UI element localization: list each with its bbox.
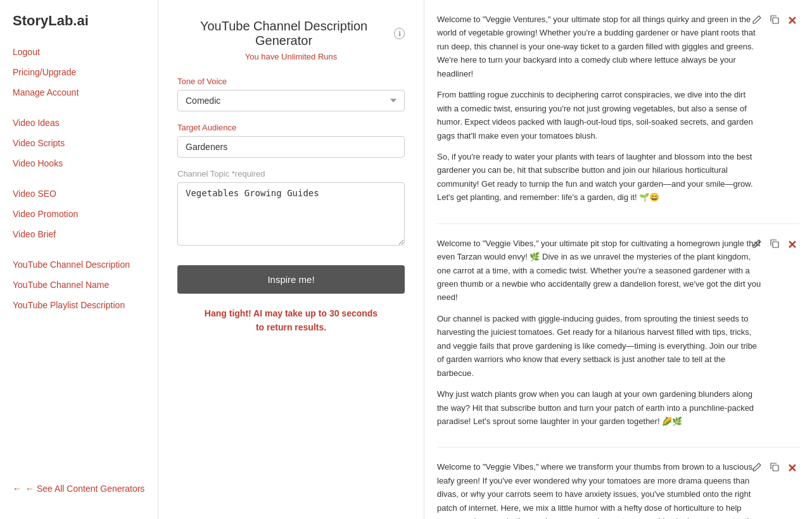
audience-input[interactable] (177, 136, 405, 158)
edit-button-2[interactable] (749, 237, 764, 253)
form-panel: YouTube Channel Description Generator ℹ … (158, 0, 424, 519)
yt-channel-name-link[interactable]: YouTube Channel Name (0, 275, 158, 295)
tone-select[interactable]: Professional Comedic Casual Inspirationa… (177, 90, 405, 111)
manage-account-link[interactable]: Manage Account (0, 82, 158, 103)
audience-group: Target Audience (177, 123, 405, 158)
topic-textarea[interactable]: Vegetables Growing Guides (177, 182, 405, 246)
video-brief-link[interactable]: Video Brief (0, 224, 158, 244)
logo: StoryLab.ai (0, 13, 158, 42)
yt-playlist-desc-link[interactable]: YouTube Playlist Description (0, 295, 158, 315)
delete-button-3[interactable]: ✕ (785, 460, 799, 477)
main-inner: YouTube Channel Description Generator ℹ … (158, 0, 812, 519)
video-promotion-link[interactable]: Video Promotion (0, 204, 158, 224)
results-panel: ✕ Welcome to "Veggie Ventures," your ult… (424, 0, 812, 519)
see-all-generators-link[interactable]: ← ← See All Content Generators (0, 471, 158, 506)
copy-button-2[interactable] (767, 237, 782, 253)
svg-rect-0 (773, 18, 778, 23)
copy-button-3[interactable] (767, 461, 782, 476)
logout-link[interactable]: Logout (0, 42, 158, 62)
result-2-text: Welcome to "Veggie Vibes," your ultimate… (437, 237, 799, 428)
yt-channel-desc-link[interactable]: YouTube Channel Description (0, 254, 158, 275)
result-3-actions: ✕ (749, 460, 799, 477)
edit-button-3[interactable] (749, 461, 764, 476)
result-3-text: Welcome to "Veggie Vibes," where we tran… (437, 460, 799, 519)
sidebar-nav: Logout Pricing/Upgrade Manage Account Vi… (0, 42, 158, 471)
pricing-link[interactable]: Pricing/Upgrade (0, 62, 158, 82)
topic-group: Channel Topic *required Vegetables Growi… (177, 169, 405, 247)
svg-rect-1 (773, 242, 778, 247)
copy-button-1[interactable] (767, 13, 782, 28)
audience-label: Target Audience (177, 123, 405, 132)
svg-rect-2 (773, 465, 778, 471)
edit-button-1[interactable] (749, 13, 764, 28)
result-1-text: Welcome to "Veggie Ventures," your ultim… (437, 13, 799, 204)
sidebar: StoryLab.ai Logout Pricing/Upgrade Manag… (0, 0, 158, 519)
video-hooks-link[interactable]: Video Hooks (0, 153, 158, 173)
info-icon[interactable]: ℹ (394, 28, 405, 39)
page-title: YouTube Channel Description Generator ℹ (177, 19, 405, 48)
loading-text: Hang tight! AI may take up to 30 seconds… (177, 306, 405, 335)
delete-button-1[interactable]: ✕ (785, 13, 799, 29)
video-scripts-link[interactable]: Video Scripts (0, 133, 158, 153)
video-ideas-link[interactable]: Video Ideas (0, 113, 158, 133)
delete-button-2[interactable]: ✕ (785, 237, 799, 253)
subtitle: You have Unlimited Runs (177, 52, 405, 61)
video-seo-link[interactable]: Video SEO (0, 184, 158, 204)
result-1-actions: ✕ (749, 13, 799, 29)
topic-label: Channel Topic *required (177, 169, 405, 178)
arrow-left-icon: ← (13, 484, 22, 494)
inspire-button[interactable]: Inspire me! (177, 265, 405, 294)
tone-label: Tone of Voice (177, 77, 405, 86)
main-content: YouTube Channel Description Generator ℹ … (158, 0, 812, 519)
result-block-3: ✕ Welcome to "Veggie Vibes," where we tr… (437, 460, 799, 519)
result-block-2: ✕ Welcome to "Veggie Vibes," your ultima… (437, 237, 799, 428)
tone-group: Tone of Voice Professional Comedic Casua… (177, 77, 405, 111)
result-2-actions: ✕ (749, 237, 799, 253)
result-block-1: ✕ Welcome to "Veggie Ventures," your ult… (437, 13, 799, 204)
